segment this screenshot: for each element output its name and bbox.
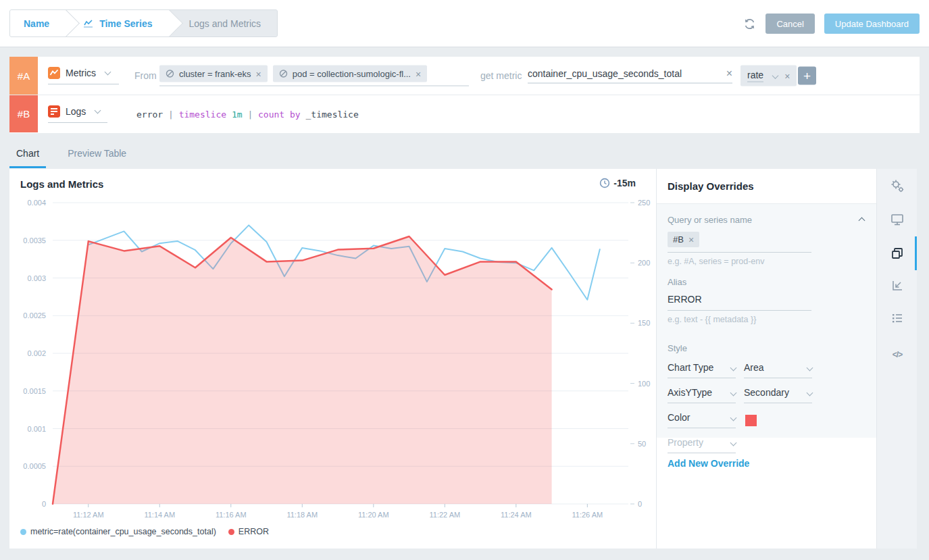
timeseries-chart[interactable]: 00.00050.0010.00150.0020.00250.0030.0035… <box>9 169 656 549</box>
legend-label-error: ERROR <box>238 527 269 536</box>
svg-text:11:16 AM: 11:16 AM <box>216 511 247 519</box>
json-code-icon[interactable]: </> <box>889 347 905 363</box>
axis-y-type-label: AxisYType <box>668 387 712 398</box>
chart-legend: metric=rate(container_cpu_usage_seconds_… <box>20 527 269 536</box>
svg-text:11:22 AM: 11:22 AM <box>429 511 460 519</box>
query-rows: #A Metrics From cluster = frank-eks × <box>9 57 920 133</box>
svg-text:200: 200 <box>638 259 650 267</box>
view-tabs: Chart Preview Table <box>9 133 133 169</box>
filter-chip-label: cluster = frank-eks <box>179 69 251 79</box>
get-metric-label: get metric <box>480 70 522 81</box>
color-swatch[interactable] <box>745 415 757 426</box>
operator-chip[interactable]: rate × <box>740 66 797 86</box>
side-toolbar: </> <box>876 169 917 549</box>
metric-input[interactable]: container_cpu_usage_seconds_total × <box>528 68 732 84</box>
svg-text:11:18 AM: 11:18 AM <box>286 511 318 519</box>
chevron-down-icon <box>730 439 737 446</box>
breadcrumb-name-label: Name <box>24 18 49 29</box>
tab-chart[interactable]: Chart <box>9 133 46 169</box>
breadcrumb-panel-title-label: Logs and Metrics <box>189 18 261 29</box>
svg-text:11:14 AM: 11:14 AM <box>144 511 175 519</box>
display-settings-icon[interactable] <box>889 211 905 228</box>
add-operator-button[interactable]: + <box>798 67 816 85</box>
svg-text:0.004: 0.004 <box>27 199 46 207</box>
remove-operator-icon[interactable]: × <box>784 72 790 79</box>
chevron-down-icon <box>730 364 737 371</box>
legend-item-metric[interactable]: metric=rate(container_cpu_usage_seconds_… <box>20 527 216 536</box>
query-type-select-a[interactable]: Metrics <box>48 67 119 84</box>
svg-text:11:12 AM: 11:12 AM <box>73 511 104 519</box>
logs-icon <box>48 105 60 118</box>
cancel-button[interactable]: Cancel <box>765 14 814 34</box>
svg-text:0: 0 <box>638 500 642 508</box>
property-select[interactable]: Property <box>668 437 736 453</box>
chart-type-value-select[interactable]: Area <box>744 362 812 378</box>
property-label: Property <box>668 437 703 448</box>
color-label: Color <box>668 412 690 423</box>
svg-text:0.001: 0.001 <box>27 425 46 433</box>
alias-hint: e.g. text - {{ metadata }} <box>668 315 865 324</box>
query-type-select-b[interactable]: Logs <box>48 105 107 123</box>
chart-type-label: Chart Type <box>668 362 713 373</box>
svg-text:0.002: 0.002 <box>27 349 46 357</box>
axis-y-type-value-select[interactable]: Secondary <box>744 387 812 403</box>
breadcrumb-name[interactable]: Name <box>10 10 66 36</box>
svg-text:0.0025: 0.0025 <box>23 311 46 320</box>
query-badge-a: #A <box>9 57 38 95</box>
alias-input[interactable]: ERROR <box>668 293 811 311</box>
style-row-chart-type: Chart Type Area <box>668 362 865 378</box>
query-type-label-b: Logs <box>66 106 86 117</box>
legend-dot-blue <box>20 529 26 535</box>
axis-y-type-value: Secondary <box>744 387 789 398</box>
update-dashboard-button[interactable]: Update Dashboard <box>824 14 920 34</box>
color-select[interactable]: Color <box>668 412 736 428</box>
svg-text:50: 50 <box>638 440 646 448</box>
svg-text:11:20 AM: 11:20 AM <box>358 511 389 519</box>
query-type-label-a: Metrics <box>66 68 96 78</box>
svg-text:11:24 AM: 11:24 AM <box>501 511 532 519</box>
breadcrumb-panel-title[interactable]: Logs and Metrics <box>169 10 278 36</box>
svg-text:250: 250 <box>638 199 650 207</box>
alias-value: ERROR <box>668 294 702 305</box>
display-overrides-icon[interactable] <box>889 245 905 261</box>
axes-settings-icon[interactable] <box>889 278 905 294</box>
time-series-icon <box>83 19 94 28</box>
top-actions: Cancel Update Dashboard <box>743 14 920 34</box>
remove-filter-icon[interactable]: × <box>256 70 261 77</box>
chevron-down-icon <box>807 364 813 371</box>
filter-chip-cluster[interactable]: cluster = frank-eks × <box>159 66 268 82</box>
add-new-override-link[interactable]: Add New Override <box>668 458 749 469</box>
chart-type-select[interactable]: Chart Type <box>668 362 736 378</box>
breadcrumb-time-series[interactable]: Time Series <box>66 10 168 36</box>
filter-chip-label: pod = collection-sumologic-fl... <box>293 69 411 79</box>
breadcrumb: Name Time Series Logs and Metrics <box>9 9 278 37</box>
legend-dot-red <box>228 529 234 535</box>
tab-preview-table[interactable]: Preview Table <box>61 133 133 169</box>
series-chip-b[interactable]: #B × <box>668 232 699 247</box>
general-settings-icon[interactable] <box>889 178 905 194</box>
axis-y-type-select[interactable]: AxisYType <box>668 387 736 403</box>
chevron-down-icon <box>105 69 111 76</box>
metrics-icon <box>48 67 60 79</box>
legend-item-error[interactable]: ERROR <box>228 527 269 536</box>
metric-value: container_cpu_usage_seconds_total <box>528 68 726 79</box>
legend-settings-icon[interactable] <box>889 310 905 326</box>
chevron-down-icon <box>730 414 737 421</box>
exclude-icon <box>279 70 288 78</box>
filter-chips: cluster = frank-eks × pod = collection-s… <box>159 66 469 86</box>
refresh-icon[interactable] <box>743 18 756 30</box>
collapse-override-icon[interactable] <box>855 213 865 226</box>
logs-query-input[interactable]: error | timeslice 1m | count by _timesli… <box>136 109 359 119</box>
clear-metric-icon[interactable]: × <box>726 70 732 77</box>
topbar: Name Time Series Logs and Metrics Cancel… <box>0 0 929 47</box>
query-badge-b: #B <box>9 95 38 132</box>
remove-filter-icon[interactable]: × <box>416 70 421 77</box>
chart-card: Logs and Metrics -15m 00.00050.0010.0015… <box>9 169 656 549</box>
from-label: From <box>134 70 157 81</box>
svg-text:0.0005: 0.0005 <box>23 462 46 470</box>
remove-series-icon[interactable]: × <box>688 236 694 243</box>
svg-text:0.003: 0.003 <box>27 274 46 282</box>
chevron-down-icon <box>807 389 813 396</box>
query-series-input[interactable]: #B × <box>668 232 811 253</box>
filter-chip-pod[interactable]: pod = collection-sumologic-fl... × <box>273 66 427 82</box>
